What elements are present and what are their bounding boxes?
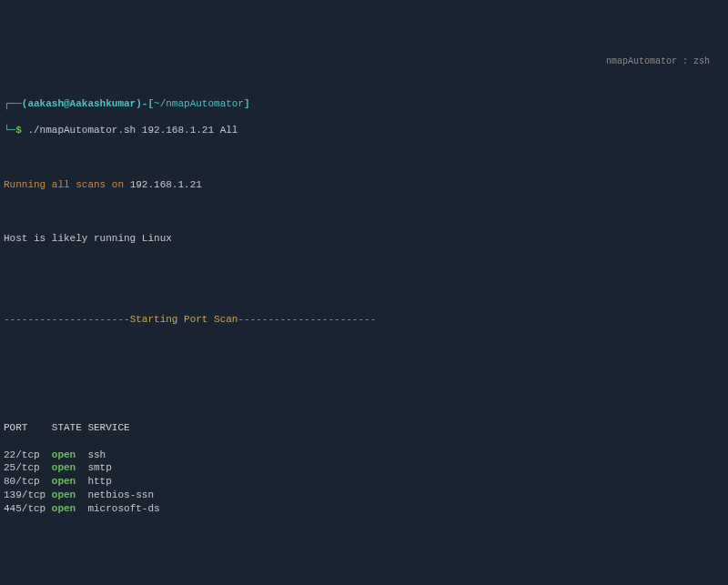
prompt-line1: ┌──(aakash@Aakashkumar)-[~/nmapAutomator… [4,97,728,111]
running-line: Running all scans on 192.168.1.21 [4,178,728,192]
port-scan-col-header: PORT STATE SERVICE [4,421,728,435]
window-title: nmapAutomator : zsh [0,54,728,70]
terminal-output[interactable]: ┌──(aakash@Aakashkumar)-[~/nmapAutomator… [0,84,728,585]
host-os-line: Host is likely running Linux [4,232,728,246]
prompt-line2: └─$ ./nmapAutomator.sh 192.168.1.21 All [4,124,728,137]
port-row: 139/tcp open netbios-ssn [4,489,728,502]
port-row: 80/tcp open http [4,475,728,489]
port-scan-header: ---------------------Starting Port Scan-… [4,313,728,327]
port-row: 25/tcp open smtp [4,461,728,475]
port-row: 445/tcp open microsoft-ds [4,502,728,516]
port-row: 22/tcp open ssh [4,449,728,462]
